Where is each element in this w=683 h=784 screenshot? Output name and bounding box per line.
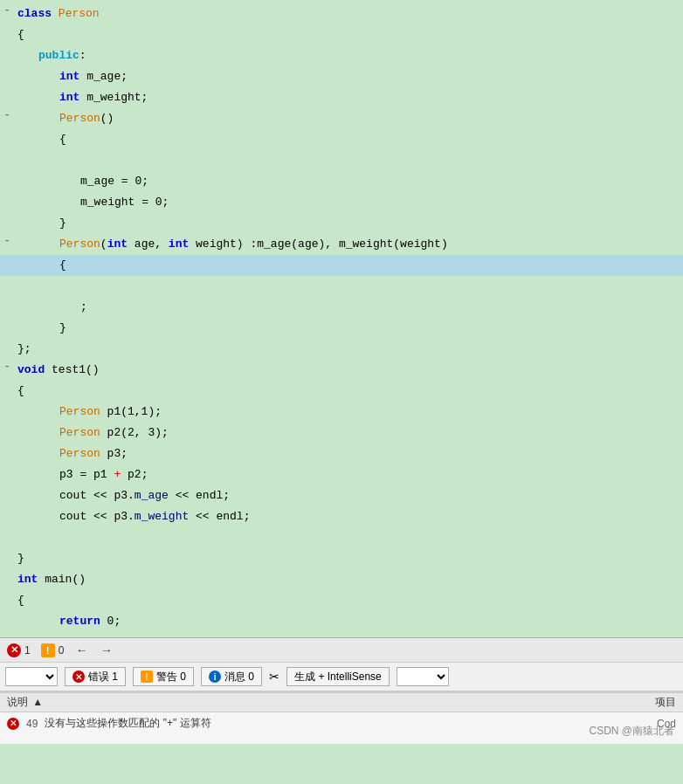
error-icon: ✕: [7, 643, 21, 657]
code-content: cout << p3.m_weight << endl;: [14, 507, 683, 526]
code-line: Person p2(2, 3);: [0, 423, 683, 444]
code-content: Person p1(1,1);: [14, 402, 683, 422]
code-line: {: [0, 129, 683, 150]
toolbar-info-icon: i: [209, 671, 221, 683]
warning-icon: !: [41, 643, 55, 657]
code-line: Person p3;: [0, 444, 683, 464]
code-content: [14, 528, 683, 547]
fold-gutter[interactable]: -: [0, 235, 14, 247]
code-content: return 0;: [14, 612, 683, 631]
code-content: public:: [14, 46, 683, 65]
code-line: int m_weight;: [0, 87, 683, 108]
fold-gutter[interactable]: -: [0, 109, 14, 121]
code-content: [14, 277, 683, 296]
code-line: {: [0, 255, 683, 276]
toolbar-warning-label: 警告 0: [156, 670, 186, 684]
code-line: cout << p3.m_weight << endl;: [0, 506, 683, 527]
toolbar-error-icon: ✕: [72, 671, 85, 683]
code-editor: -class Person{public:int m_age;int m_wei…: [0, 0, 683, 637]
fold-gutter[interactable]: -: [0, 4, 14, 17]
build-button[interactable]: 生成 + IntelliSense: [286, 667, 390, 686]
row-error-icon: ✕: [7, 718, 19, 730]
code-content: }: [14, 319, 683, 338]
watermark: CSDN @南猿北者: [589, 724, 674, 739]
code-line: }: [0, 318, 683, 339]
warning-status: ! 0: [41, 643, 65, 657]
code-line: [0, 150, 683, 171]
code-line: -Person(int age, int weight) :m_age(age)…: [0, 234, 683, 255]
code-content: }: [14, 549, 683, 568]
error-message: 没有与这些操作数匹配的 "+" 运算符: [45, 716, 210, 731]
error-button[interactable]: ✕ 错误 1: [65, 667, 126, 686]
code-content: int main(): [14, 570, 683, 589]
code-content: int m_weight;: [14, 88, 683, 107]
code-line: m_weight = 0;: [0, 192, 683, 213]
error-panel-header: 说明 ▲ 项目: [0, 693, 683, 712]
code-content: {: [14, 130, 683, 149]
build-dropdown[interactable]: [397, 667, 449, 686]
error-panel: 说明 ▲ 项目 ✕ 49 没有与这些操作数匹配的 "+" 运算符 Cod CSD…: [0, 691, 683, 744]
code-content: }: [14, 633, 683, 637]
code-line: m_age = 0;: [0, 171, 683, 192]
code-content: {: [14, 256, 683, 275]
code-line: }: [0, 548, 683, 569]
code-content: Person p3;: [14, 444, 683, 464]
code-content: p3 = p1 + p2;: [14, 465, 683, 485]
code-content: [14, 151, 683, 170]
build-label: 生成 + IntelliSense: [294, 670, 382, 684]
error-panel-header-left: 说明 ▲: [7, 695, 43, 710]
toolbar-error-label: 错误 1: [88, 670, 118, 684]
code-content: class Person: [14, 4, 683, 24]
error-line-num: 49: [26, 718, 38, 730]
code-content: }: [14, 214, 683, 233]
error-status: ✕ 1: [7, 643, 31, 657]
code-line: public:: [0, 45, 683, 66]
error-row: ✕ 49 没有与这些操作数匹配的 "+" 运算符 Cod: [0, 712, 683, 734]
code-line: -void test1(): [0, 360, 683, 381]
code-line: }: [0, 632, 683, 637]
filter-icon: ✂: [269, 670, 279, 684]
code-line: int main(): [0, 569, 683, 590]
toolbar-warning-icon: !: [141, 671, 153, 683]
code-content: int m_age;: [14, 67, 683, 86]
code-line: }: [0, 213, 683, 234]
code-line: return 0;: [0, 611, 683, 632]
code-line: p3 = p1 + p2;: [0, 464, 683, 485]
code-content: void test1(): [14, 361, 683, 380]
warning-count: 0: [59, 644, 65, 657]
code-line: {: [0, 24, 683, 45]
code-line: cout << p3.m_age << endl;: [0, 485, 683, 506]
code-content: Person(): [14, 109, 683, 128]
code-content: {: [14, 591, 683, 610]
status-bar: ✕ 1 ! 0 ← →: [0, 637, 683, 662]
code-line: -class Person: [0, 3, 683, 24]
code-line: {: [0, 590, 683, 611]
code-line: int m_age;: [0, 66, 683, 87]
code-line: Person p1(1,1);: [0, 402, 683, 423]
code-line: -Person(): [0, 108, 683, 129]
code-line: [0, 276, 683, 297]
code-content: };: [14, 340, 683, 359]
error-count: 1: [24, 644, 31, 657]
prev-arrow[interactable]: ←: [74, 642, 88, 659]
code-content: m_weight = 0;: [14, 193, 683, 212]
error-panel-header-right: 项目: [655, 695, 676, 710]
code-line: };: [0, 339, 683, 360]
sort-arrow[interactable]: ▲: [32, 696, 43, 708]
toolbar: ✕ 错误 1 ! 警告 0 i 消息 0 ✂ 生成 + IntelliSense: [0, 662, 683, 691]
code-line: ;: [0, 297, 683, 318]
description-label: 说明: [7, 696, 28, 708]
code-content: m_age = 0;: [14, 172, 683, 191]
warning-button[interactable]: ! 警告 0: [133, 667, 194, 686]
code-content: {: [14, 25, 683, 45]
info-button[interactable]: i 消息 0: [201, 667, 262, 686]
toolbar-info-label: 消息 0: [224, 670, 254, 684]
code-content: {: [14, 382, 683, 401]
fold-gutter[interactable]: -: [0, 361, 14, 373]
code-line: {: [0, 381, 683, 402]
scope-dropdown[interactable]: [5, 667, 58, 686]
next-arrow[interactable]: →: [100, 642, 114, 659]
code-line: [0, 527, 683, 548]
code-content: cout << p3.m_age << endl;: [14, 486, 683, 505]
code-content: Person(int age, int weight) :m_age(age),…: [14, 235, 683, 254]
